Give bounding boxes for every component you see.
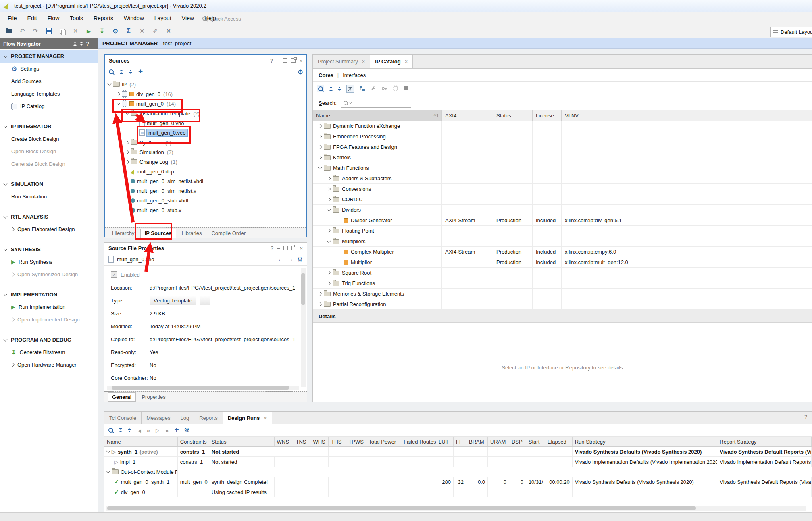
catalog-row-kernels[interactable]: Kernels (313, 152, 812, 163)
runs-row-synth-1[interactable]: synth_1(active)constrs_1Not startedVivad… (104, 447, 812, 457)
sidebar-section-rtl-analysis[interactable]: RTL ANALYSIS (0, 210, 98, 223)
tab-reports[interactable]: Reports (194, 412, 223, 424)
chevron-down-icon[interactable] (327, 239, 331, 243)
menu-window[interactable]: Window (119, 12, 149, 24)
catalog-search-input[interactable] (341, 98, 411, 108)
settings-gear-icon[interactable] (110, 26, 120, 36)
minimize-icon[interactable]: – (277, 245, 280, 251)
tree-row-ip[interactable]: IP(2) (105, 79, 306, 89)
quick-access-input[interactable]: Quick Access (201, 14, 264, 23)
tab-libraries[interactable]: Libraries (178, 229, 206, 238)
tab-properties[interactable]: Properties (137, 393, 169, 401)
chevron-right-icon[interactable] (318, 124, 322, 128)
catalog-row-math-functions[interactable]: Math Functions (313, 163, 812, 173)
tree-row-mult-gen-0-vho[interactable]: mult_gen_0.vho (105, 118, 306, 128)
chevron-right-icon[interactable] (327, 198, 331, 202)
forward-icon[interactable] (287, 256, 294, 263)
tab-messages[interactable]: Messages (142, 412, 175, 424)
runs-row-div-gen-0[interactable]: div_gen_0Using cached IP results (104, 487, 812, 497)
copy-icon[interactable] (57, 26, 67, 36)
close-icon[interactable]: × (405, 58, 408, 65)
sidebar-item-create-block-design[interactable]: Create Block Design (0, 133, 98, 145)
catalog-row-complex-multiplier[interactable]: Complex MultiplierAXI4-StreamProductionI… (313, 247, 812, 257)
chevron-down-icon[interactable] (106, 469, 110, 473)
sidebar-item-open-implemented-design[interactable]: Open Implemented Design (0, 313, 98, 326)
chevron-down-icon[interactable] (108, 82, 112, 86)
sidebar-item-run-synthesis[interactable]: Run Synthesis (0, 256, 98, 268)
vertical-scrollbar[interactable] (301, 268, 306, 387)
chevron-right-icon[interactable] (327, 177, 331, 181)
chevron-right-icon[interactable] (117, 92, 121, 96)
catalog-row-conversions[interactable]: Conversions (313, 184, 812, 194)
tab-compile-order[interactable]: Compile Order (207, 229, 250, 238)
tab-log[interactable]: Log (175, 412, 194, 424)
collapse-all-icon[interactable] (119, 428, 122, 432)
chevron-right-icon[interactable] (11, 363, 15, 367)
default-layout-button[interactable]: Default Layout (770, 27, 812, 37)
float-window-icon[interactable] (291, 246, 296, 250)
search-icon[interactable] (109, 69, 114, 74)
column-header-report-strategy[interactable]: Report Strategy (717, 437, 812, 446)
sidebar-item-generate-block-design[interactable]: Generate Block Design (0, 158, 98, 170)
tree-row-mult-gen-0-sim-netlist-v[interactable]: mult_gen_0_sim_netlist.v (105, 186, 306, 196)
search-icon[interactable] (108, 428, 113, 433)
tab-hierarchy[interactable]: Hierarchy (108, 229, 139, 238)
help-icon[interactable]: ? (86, 41, 89, 47)
tree-row-mult-gen-0-sim-netlist-vhdl[interactable]: mult_gen_0_sim_netlist.vhdl (105, 176, 306, 186)
customize-ip-wrench-icon[interactable] (371, 85, 376, 92)
close-icon[interactable]: × (299, 58, 302, 64)
chevron-down-icon[interactable] (125, 111, 129, 115)
chevron-right-icon[interactable] (318, 135, 322, 139)
runs-row-mult-gen-0-synth-1[interactable]: mult_gen_0_synth_1mult_gen_0synth_design… (104, 477, 812, 487)
report-document-icon[interactable] (44, 26, 54, 36)
file-type-button[interactable]: Verilog Template (150, 296, 196, 305)
tree-row-simulation[interactable]: Simulation(3) (105, 147, 306, 157)
settings-gear-icon[interactable] (297, 256, 303, 263)
add-sources-icon[interactable] (138, 69, 143, 75)
chevron-down-icon[interactable] (327, 207, 331, 211)
tree-row-instantiation-template[interactable]: Instantiation Template(2) (105, 108, 306, 118)
chevron-down-icon[interactable] (117, 101, 121, 105)
ip-info-icon[interactable] (404, 85, 409, 92)
chevron-right-icon[interactable] (318, 302, 322, 306)
chevron-down-icon[interactable] (106, 449, 110, 453)
sidebar-section-program-and-debug[interactable]: PROGRAM AND DEBUG (0, 333, 98, 346)
tab-ip-sources[interactable]: IP Sources (140, 229, 176, 238)
undo-icon[interactable] (17, 26, 27, 36)
sidebar-item-add-sources[interactable]: Add Sources (0, 75, 98, 88)
expand-all-icon[interactable] (128, 428, 131, 432)
subtab-interfaces[interactable]: Interfaces (343, 72, 366, 78)
maximize-icon[interactable] (283, 58, 287, 63)
first-run-icon[interactable] (137, 427, 141, 433)
catalog-row-multiplier[interactable]: MultiplierProductionIncludedxilinx.com:i… (313, 257, 812, 268)
launch-runs-icon[interactable] (156, 427, 160, 433)
catalog-row-floating-point[interactable]: Floating Point (313, 226, 812, 236)
filter-icon[interactable] (346, 85, 354, 93)
catalog-row-memories-storage-elements[interactable]: Memories & Storage Elements (313, 289, 812, 299)
create-run-icon[interactable] (174, 427, 179, 433)
catalog-row-embedded-processing[interactable]: Embedded Processing (313, 131, 812, 142)
chevron-down-icon[interactable] (4, 181, 8, 185)
settings-gear-icon[interactable] (298, 68, 303, 76)
sidebar-item-generate-bitstream[interactable]: Generate Bitstream (0, 346, 98, 358)
expand-all-icon[interactable] (129, 70, 132, 74)
catalog-row-cordic[interactable]: CORDIC (313, 194, 812, 205)
enabled-checkbox[interactable]: ✓ (111, 271, 117, 278)
sidebar-item-open-block-design[interactable]: Open Block Design (0, 145, 98, 158)
column-header-uram[interactable]: URAM (488, 437, 509, 446)
chevron-right-icon[interactable] (327, 281, 331, 286)
add-design-tools-icon[interactable] (359, 85, 365, 92)
catalog-row-partial-reconfiguration[interactable]: Partial Reconfiguration (313, 299, 812, 310)
ip-chip-icon[interactable] (393, 85, 398, 92)
catalog-row-trig-functions[interactable]: Trig Functions (313, 278, 812, 289)
column-header-tns[interactable]: TNS (293, 437, 310, 446)
column-header-status[interactable]: Status (493, 110, 533, 121)
chevron-right-icon[interactable] (327, 229, 331, 233)
menu-flow[interactable]: Flow (42, 12, 65, 24)
help-icon[interactable]: ? (271, 245, 273, 251)
column-header-run-strategy[interactable]: Run Strategy (573, 437, 718, 446)
chevron-right-icon[interactable] (125, 150, 129, 154)
catalog-row-adders-subtracters[interactable]: Adders & Subtracters (313, 173, 812, 184)
sidebar-section-implementation[interactable]: IMPLEMENTATION (0, 288, 98, 301)
redo-icon[interactable] (31, 26, 40, 36)
